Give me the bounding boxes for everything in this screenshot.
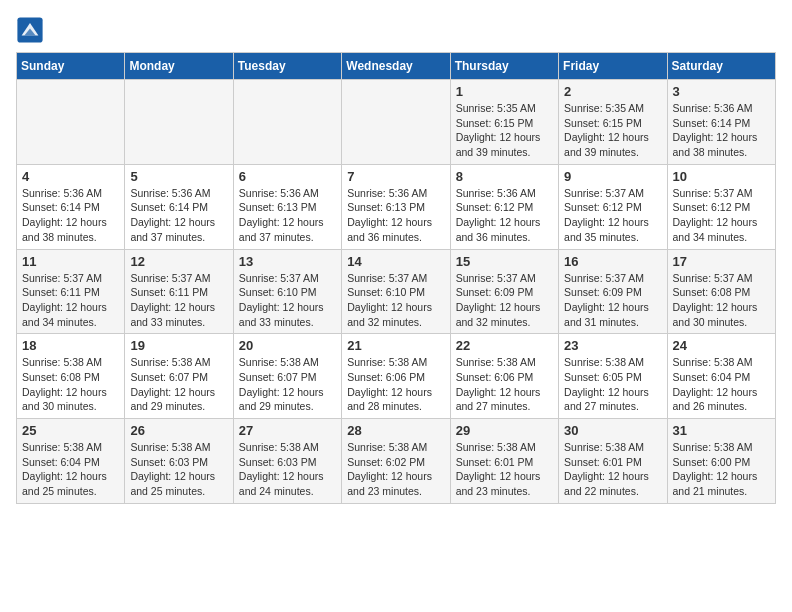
day-number: 10	[673, 169, 770, 184]
day-info: Sunrise: 5:37 AM Sunset: 6:12 PM Dayligh…	[564, 186, 661, 245]
calendar-table: SundayMondayTuesdayWednesdayThursdayFrid…	[16, 52, 776, 504]
day-number: 20	[239, 338, 336, 353]
week-row-2: 4Sunrise: 5:36 AM Sunset: 6:14 PM Daylig…	[17, 164, 776, 249]
week-row-5: 25Sunrise: 5:38 AM Sunset: 6:04 PM Dayli…	[17, 419, 776, 504]
day-info: Sunrise: 5:38 AM Sunset: 6:02 PM Dayligh…	[347, 440, 444, 499]
day-cell: 12Sunrise: 5:37 AM Sunset: 6:11 PM Dayli…	[125, 249, 233, 334]
day-number: 28	[347, 423, 444, 438]
day-info: Sunrise: 5:37 AM Sunset: 6:09 PM Dayligh…	[564, 271, 661, 330]
day-number: 18	[22, 338, 119, 353]
day-cell: 15Sunrise: 5:37 AM Sunset: 6:09 PM Dayli…	[450, 249, 558, 334]
day-number: 12	[130, 254, 227, 269]
day-info: Sunrise: 5:36 AM Sunset: 6:13 PM Dayligh…	[239, 186, 336, 245]
day-cell: 9Sunrise: 5:37 AM Sunset: 6:12 PM Daylig…	[559, 164, 667, 249]
day-cell: 4Sunrise: 5:36 AM Sunset: 6:14 PM Daylig…	[17, 164, 125, 249]
day-cell	[17, 80, 125, 165]
day-cell	[342, 80, 450, 165]
day-info: Sunrise: 5:36 AM Sunset: 6:14 PM Dayligh…	[673, 101, 770, 160]
day-number: 21	[347, 338, 444, 353]
day-info: Sunrise: 5:38 AM Sunset: 6:06 PM Dayligh…	[456, 355, 553, 414]
day-info: Sunrise: 5:38 AM Sunset: 6:03 PM Dayligh…	[239, 440, 336, 499]
day-info: Sunrise: 5:37 AM Sunset: 6:11 PM Dayligh…	[22, 271, 119, 330]
header-row: SundayMondayTuesdayWednesdayThursdayFrid…	[17, 53, 776, 80]
day-number: 26	[130, 423, 227, 438]
day-cell: 10Sunrise: 5:37 AM Sunset: 6:12 PM Dayli…	[667, 164, 775, 249]
day-info: Sunrise: 5:38 AM Sunset: 6:01 PM Dayligh…	[456, 440, 553, 499]
day-cell: 30Sunrise: 5:38 AM Sunset: 6:01 PM Dayli…	[559, 419, 667, 504]
day-info: Sunrise: 5:38 AM Sunset: 6:04 PM Dayligh…	[22, 440, 119, 499]
day-number: 25	[22, 423, 119, 438]
day-number: 17	[673, 254, 770, 269]
day-cell: 28Sunrise: 5:38 AM Sunset: 6:02 PM Dayli…	[342, 419, 450, 504]
day-cell: 21Sunrise: 5:38 AM Sunset: 6:06 PM Dayli…	[342, 334, 450, 419]
day-cell: 7Sunrise: 5:36 AM Sunset: 6:13 PM Daylig…	[342, 164, 450, 249]
day-number: 22	[456, 338, 553, 353]
day-cell: 17Sunrise: 5:37 AM Sunset: 6:08 PM Dayli…	[667, 249, 775, 334]
day-number: 16	[564, 254, 661, 269]
day-number: 31	[673, 423, 770, 438]
day-number: 24	[673, 338, 770, 353]
day-info: Sunrise: 5:38 AM Sunset: 6:04 PM Dayligh…	[673, 355, 770, 414]
day-info: Sunrise: 5:37 AM Sunset: 6:12 PM Dayligh…	[673, 186, 770, 245]
day-info: Sunrise: 5:38 AM Sunset: 6:06 PM Dayligh…	[347, 355, 444, 414]
day-cell: 13Sunrise: 5:37 AM Sunset: 6:10 PM Dayli…	[233, 249, 341, 334]
day-cell: 22Sunrise: 5:38 AM Sunset: 6:06 PM Dayli…	[450, 334, 558, 419]
day-cell	[125, 80, 233, 165]
day-cell: 18Sunrise: 5:38 AM Sunset: 6:08 PM Dayli…	[17, 334, 125, 419]
day-info: Sunrise: 5:38 AM Sunset: 6:08 PM Dayligh…	[22, 355, 119, 414]
day-cell: 16Sunrise: 5:37 AM Sunset: 6:09 PM Dayli…	[559, 249, 667, 334]
day-number: 4	[22, 169, 119, 184]
column-header-monday: Monday	[125, 53, 233, 80]
page-header	[16, 16, 776, 44]
day-cell: 5Sunrise: 5:36 AM Sunset: 6:14 PM Daylig…	[125, 164, 233, 249]
day-number: 8	[456, 169, 553, 184]
day-cell: 11Sunrise: 5:37 AM Sunset: 6:11 PM Dayli…	[17, 249, 125, 334]
day-cell: 20Sunrise: 5:38 AM Sunset: 6:07 PM Dayli…	[233, 334, 341, 419]
day-number: 6	[239, 169, 336, 184]
day-number: 15	[456, 254, 553, 269]
day-number: 30	[564, 423, 661, 438]
day-cell: 23Sunrise: 5:38 AM Sunset: 6:05 PM Dayli…	[559, 334, 667, 419]
day-number: 19	[130, 338, 227, 353]
day-number: 7	[347, 169, 444, 184]
day-info: Sunrise: 5:38 AM Sunset: 6:05 PM Dayligh…	[564, 355, 661, 414]
day-info: Sunrise: 5:38 AM Sunset: 6:01 PM Dayligh…	[564, 440, 661, 499]
day-info: Sunrise: 5:37 AM Sunset: 6:10 PM Dayligh…	[347, 271, 444, 330]
column-header-saturday: Saturday	[667, 53, 775, 80]
day-info: Sunrise: 5:37 AM Sunset: 6:09 PM Dayligh…	[456, 271, 553, 330]
day-info: Sunrise: 5:35 AM Sunset: 6:15 PM Dayligh…	[456, 101, 553, 160]
week-row-3: 11Sunrise: 5:37 AM Sunset: 6:11 PM Dayli…	[17, 249, 776, 334]
day-cell: 24Sunrise: 5:38 AM Sunset: 6:04 PM Dayli…	[667, 334, 775, 419]
day-cell: 3Sunrise: 5:36 AM Sunset: 6:14 PM Daylig…	[667, 80, 775, 165]
day-number: 11	[22, 254, 119, 269]
column-header-friday: Friday	[559, 53, 667, 80]
day-cell: 31Sunrise: 5:38 AM Sunset: 6:00 PM Dayli…	[667, 419, 775, 504]
day-number: 9	[564, 169, 661, 184]
day-info: Sunrise: 5:35 AM Sunset: 6:15 PM Dayligh…	[564, 101, 661, 160]
day-cell: 25Sunrise: 5:38 AM Sunset: 6:04 PM Dayli…	[17, 419, 125, 504]
column-header-wednesday: Wednesday	[342, 53, 450, 80]
day-info: Sunrise: 5:36 AM Sunset: 6:14 PM Dayligh…	[22, 186, 119, 245]
day-info: Sunrise: 5:36 AM Sunset: 6:12 PM Dayligh…	[456, 186, 553, 245]
day-number: 29	[456, 423, 553, 438]
day-cell	[233, 80, 341, 165]
column-header-tuesday: Tuesday	[233, 53, 341, 80]
day-info: Sunrise: 5:38 AM Sunset: 6:03 PM Dayligh…	[130, 440, 227, 499]
week-row-4: 18Sunrise: 5:38 AM Sunset: 6:08 PM Dayli…	[17, 334, 776, 419]
day-info: Sunrise: 5:38 AM Sunset: 6:00 PM Dayligh…	[673, 440, 770, 499]
day-cell: 29Sunrise: 5:38 AM Sunset: 6:01 PM Dayli…	[450, 419, 558, 504]
day-number: 14	[347, 254, 444, 269]
column-header-thursday: Thursday	[450, 53, 558, 80]
day-number: 2	[564, 84, 661, 99]
day-info: Sunrise: 5:38 AM Sunset: 6:07 PM Dayligh…	[239, 355, 336, 414]
day-info: Sunrise: 5:38 AM Sunset: 6:07 PM Dayligh…	[130, 355, 227, 414]
day-info: Sunrise: 5:37 AM Sunset: 6:11 PM Dayligh…	[130, 271, 227, 330]
day-cell: 14Sunrise: 5:37 AM Sunset: 6:10 PM Dayli…	[342, 249, 450, 334]
day-cell: 2Sunrise: 5:35 AM Sunset: 6:15 PM Daylig…	[559, 80, 667, 165]
day-cell: 27Sunrise: 5:38 AM Sunset: 6:03 PM Dayli…	[233, 419, 341, 504]
day-info: Sunrise: 5:36 AM Sunset: 6:13 PM Dayligh…	[347, 186, 444, 245]
day-info: Sunrise: 5:37 AM Sunset: 6:10 PM Dayligh…	[239, 271, 336, 330]
week-row-1: 1Sunrise: 5:35 AM Sunset: 6:15 PM Daylig…	[17, 80, 776, 165]
day-cell: 1Sunrise: 5:35 AM Sunset: 6:15 PM Daylig…	[450, 80, 558, 165]
day-cell: 8Sunrise: 5:36 AM Sunset: 6:12 PM Daylig…	[450, 164, 558, 249]
